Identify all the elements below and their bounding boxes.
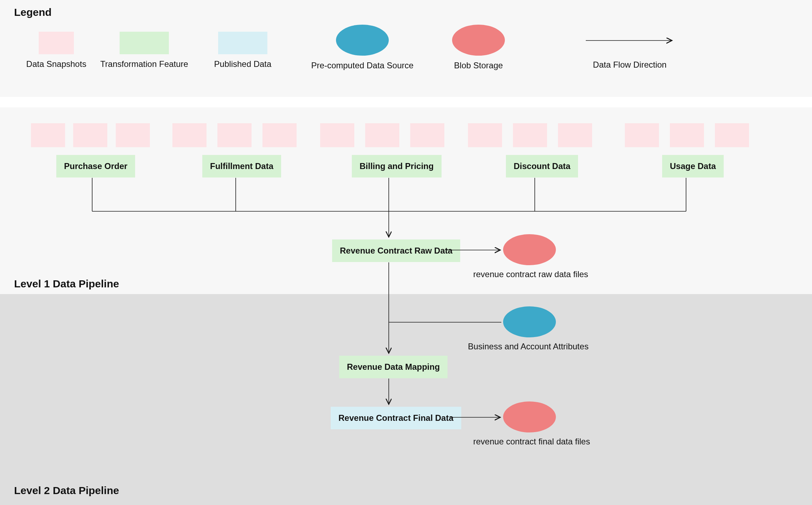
- legend-label-precomputed: Pre-computed Data Source: [303, 61, 422, 70]
- legend-item-blob: Blob Storage: [436, 25, 521, 70]
- legend-swatch-coral-ellipse: [452, 25, 505, 56]
- legend-swatch-green: [120, 32, 169, 54]
- legend-item-transformation: Transformation Feature: [91, 32, 197, 69]
- legend-title: Legend: [14, 6, 52, 18]
- level1-section: Purchase Order Fulfillment Data Billing …: [0, 107, 812, 294]
- arrow-right-icon: [584, 35, 675, 46]
- snapshot-box: [558, 123, 592, 147]
- legend-label-transformation: Transformation Feature: [91, 59, 197, 69]
- legend-swatch-teal-ellipse: [336, 25, 389, 56]
- feature-billing-pricing: Billing and Pricing: [352, 155, 442, 177]
- snapshot-box: [73, 123, 107, 147]
- legend-section: Legend Data Snapshots Transformation Fea…: [0, 0, 812, 97]
- blob-caption-level2: revenue contract final data files: [473, 437, 590, 447]
- legend-label-snapshots: Data Snapshots: [21, 59, 91, 69]
- feature-revenue-mapping: Revenue Data Mapping: [339, 356, 448, 378]
- snapshot-box: [31, 123, 65, 147]
- level2-section: Business and Account Attributes Revenue …: [0, 294, 812, 505]
- precomputed-caption: Business and Account Attributes: [468, 342, 589, 351]
- snapshot-box: [320, 123, 354, 147]
- section-gap: [0, 97, 812, 107]
- snapshot-box: [468, 123, 502, 147]
- legend-item-precomputed: Pre-computed Data Source: [303, 25, 422, 70]
- level2-title: Level 2 Data Pipeline: [14, 485, 119, 497]
- legend-item-snapshots: Data Snapshots: [21, 32, 91, 69]
- feature-discount-data: Discount Data: [506, 155, 578, 177]
- snapshot-box: [670, 123, 704, 147]
- snapshot-box: [172, 123, 207, 147]
- legend-item-published: Published Data: [204, 32, 281, 69]
- snapshot-box: [262, 123, 297, 147]
- feature-revenue-raw: Revenue Contract Raw Data: [332, 239, 460, 262]
- legend-label-published: Published Data: [204, 59, 281, 69]
- snapshot-box: [217, 123, 252, 147]
- snapshot-box: [513, 123, 547, 147]
- legend-item-flow: Data Flow Direction: [577, 25, 683, 70]
- snapshot-box: [365, 123, 399, 147]
- blob-storage-node: [503, 234, 556, 265]
- snapshot-box: [116, 123, 150, 147]
- published-revenue-final: Revenue Contract Final Data: [331, 407, 461, 429]
- snapshot-box: [410, 123, 444, 147]
- feature-fulfillment-data: Fulfillment Data: [202, 155, 281, 177]
- snapshot-box: [715, 123, 749, 147]
- legend-label-blob: Blob Storage: [436, 61, 521, 70]
- legend-swatch-blue: [218, 32, 267, 54]
- legend-label-flow: Data Flow Direction: [577, 60, 683, 70]
- feature-purchase-order: Purchase Order: [56, 155, 135, 177]
- blob-caption-level1: revenue contract raw data files: [473, 269, 588, 279]
- level2-connectors: [0, 294, 812, 505]
- snapshot-box: [625, 123, 659, 147]
- blob-storage-node-level2: [503, 401, 556, 432]
- precomputed-source-node: [503, 306, 556, 337]
- legend-swatch-pink: [39, 32, 74, 54]
- level1-title: Level 1 Data Pipeline: [14, 278, 119, 290]
- feature-usage-data: Usage Data: [662, 155, 724, 177]
